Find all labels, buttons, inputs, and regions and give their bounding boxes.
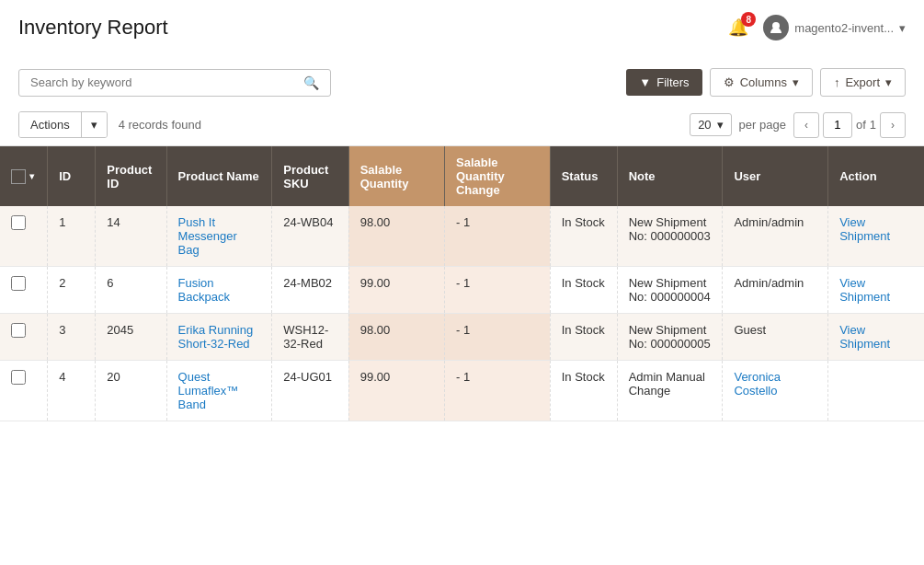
- page-title: Inventory Report: [18, 16, 168, 40]
- row-action: View Shipment: [828, 206, 924, 267]
- row-salable-qty: 98.00: [348, 206, 444, 267]
- row-product-sku: 24-WB04: [272, 206, 348, 267]
- row-id: 4: [48, 361, 96, 421]
- row-salable-qty-change: - 1: [444, 314, 550, 361]
- th-id: ID: [48, 146, 96, 206]
- product-name-link[interactable]: Quest Lumaflex™ Band: [178, 370, 239, 411]
- row-user: Guest: [723, 314, 828, 361]
- row-product-id: 20: [96, 361, 166, 421]
- th-note: Note: [617, 146, 723, 206]
- filters-button[interactable]: ▼ Filters: [626, 69, 702, 96]
- row-checkbox[interactable]: [11, 323, 26, 338]
- row-note: New Shipment No: 000000004: [617, 267, 723, 314]
- columns-arrow: ▾: [793, 75, 799, 89]
- th-salable-qty-change: Salable Quantity Change: [444, 146, 550, 206]
- next-page-button[interactable]: ›: [880, 112, 906, 138]
- total-pages: 1: [870, 118, 876, 132]
- search-box: 🔍: [18, 69, 331, 97]
- row-product-id: 14: [96, 206, 166, 267]
- row-note: New Shipment No: 000000005: [617, 314, 723, 361]
- row-status: In Stock: [550, 314, 617, 361]
- row-user: Veronica Costello: [723, 361, 828, 421]
- view-shipment-link[interactable]: View Shipment: [839, 215, 890, 243]
- avatar: [763, 15, 789, 40]
- th-user: User: [723, 146, 828, 206]
- pagination: 20 ▾ per page ‹ of 1 ›: [690, 112, 906, 138]
- notification-bell[interactable]: 🔔 8: [728, 17, 748, 38]
- filters-label: Filters: [656, 75, 689, 89]
- row-product-sku: 24-UG01: [272, 361, 348, 421]
- per-page-chevron-icon: ▾: [717, 118, 724, 132]
- actions-arrow[interactable]: ▾: [81, 112, 107, 137]
- export-button[interactable]: ↑ Export ▾: [820, 68, 906, 97]
- per-page-select[interactable]: 20 ▾: [690, 113, 731, 136]
- table-row: 114Push It Messenger Bag24-WB0498.00- 1I…: [0, 206, 924, 267]
- grid-toolbar: Actions ▾ 4 records found 20 ▾ per page …: [0, 104, 924, 146]
- row-checkbox-cell: [0, 361, 48, 421]
- view-shipment-link[interactable]: View Shipment: [839, 276, 890, 304]
- row-checkbox-cell: [0, 314, 48, 361]
- row-action: View Shipment: [828, 267, 924, 314]
- product-name-link[interactable]: Push It Messenger Bag: [178, 215, 237, 257]
- row-product-name: Quest Lumaflex™ Band: [166, 361, 272, 421]
- th-action: Action: [828, 146, 924, 206]
- row-checkbox[interactable]: [11, 370, 26, 385]
- product-name-link[interactable]: Fusion Backpack: [178, 276, 230, 304]
- row-salable-qty-change: - 1: [444, 206, 550, 267]
- row-salable-qty-change: - 1: [444, 361, 550, 421]
- row-salable-qty-change: - 1: [444, 267, 550, 314]
- row-checkbox-cell: [0, 206, 48, 267]
- actions-chevron-icon: ▾: [91, 118, 97, 132]
- row-status: In Stock: [550, 267, 617, 314]
- row-product-sku: 24-MB02: [272, 267, 348, 314]
- search-toolbar: 🔍 ▼ Filters ⚙ Columns ▾ ↑ Export ▾: [0, 61, 924, 104]
- row-checkbox-cell: [0, 267, 48, 314]
- columns-button[interactable]: ⚙ Columns ▾: [710, 68, 813, 97]
- search-input[interactable]: [30, 75, 303, 89]
- actions-button[interactable]: Actions: [19, 112, 81, 137]
- row-checkbox[interactable]: [11, 215, 26, 230]
- export-label: Export: [845, 75, 880, 89]
- row-user: Admin/admin: [723, 206, 828, 267]
- row-action: [828, 361, 924, 421]
- select-all-chevron[interactable]: ▾: [29, 171, 34, 181]
- table-row: 26Fusion Backpack24-MB0299.00- 1In Stock…: [0, 267, 924, 314]
- th-product-name: Product Name: [166, 146, 272, 206]
- notification-badge: 8: [741, 12, 756, 27]
- th-product-sku: Product SKU: [272, 146, 348, 206]
- username-label: magento2-invent...: [794, 21, 894, 35]
- row-product-name: Fusion Backpack: [166, 267, 272, 314]
- prev-page-button[interactable]: ‹: [793, 112, 819, 138]
- columns-label: Columns: [740, 75, 787, 89]
- row-action: View Shipment: [828, 314, 924, 361]
- row-product-name: Erika Running Short-32-Red: [166, 314, 272, 361]
- row-product-name: Push It Messenger Bag: [166, 206, 272, 267]
- user-link[interactable]: Veronica Costello: [734, 370, 781, 398]
- th-salable-qty: Salable Quantity: [348, 146, 444, 206]
- select-all-checkbox[interactable]: [11, 169, 26, 184]
- data-table: ▾ ID Product ID Product Name Product SKU…: [0, 146, 924, 421]
- row-salable-qty: 99.00: [348, 267, 444, 314]
- row-product-id: 2045: [96, 314, 166, 361]
- per-page-value: 20: [698, 118, 711, 132]
- row-salable-qty: 98.00: [348, 314, 444, 361]
- export-icon: ↑: [834, 75, 840, 89]
- th-checkbox: ▾: [0, 146, 48, 206]
- export-arrow: ▾: [885, 75, 892, 89]
- columns-icon: ⚙: [724, 75, 735, 89]
- row-salable-qty: 99.00: [348, 361, 444, 421]
- row-id: 1: [48, 206, 96, 267]
- page-nav: ‹ of 1 ›: [793, 112, 906, 138]
- search-icon[interactable]: 🔍: [303, 75, 319, 90]
- header-right: 🔔 8 magento2-invent... ▾: [728, 15, 906, 40]
- page-number-input[interactable]: [823, 112, 852, 138]
- row-status: In Stock: [550, 206, 617, 267]
- row-id: 3: [48, 314, 96, 361]
- row-note: New Shipment No: 000000003: [617, 206, 723, 267]
- user-menu[interactable]: magento2-invent... ▾: [763, 15, 906, 40]
- actions-dropdown: Actions ▾: [18, 111, 108, 138]
- product-name-link[interactable]: Erika Running Short-32-Red: [178, 323, 254, 351]
- row-checkbox[interactable]: [11, 276, 26, 291]
- row-status: In Stock: [550, 361, 617, 421]
- view-shipment-link[interactable]: View Shipment: [839, 323, 890, 351]
